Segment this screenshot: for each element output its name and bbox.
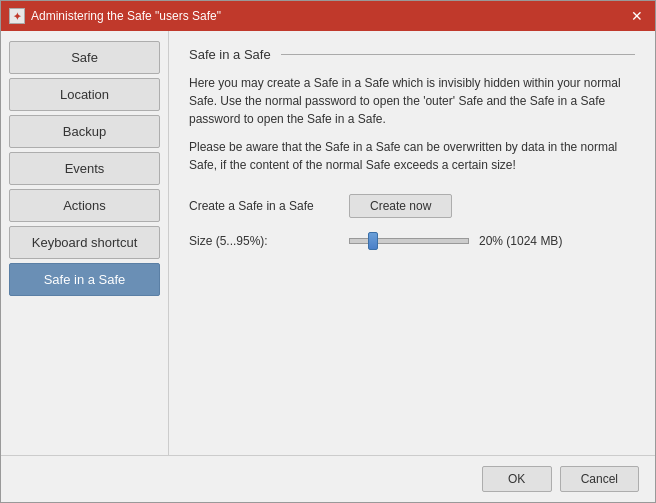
size-row: Size (5...95%): 20% (1024 MB) <box>189 234 635 248</box>
slider-container: 20% (1024 MB) <box>349 234 562 248</box>
title-bar: ✦ Administering the Safe "users Safe" ✕ <box>1 1 655 31</box>
sidebar-item-location[interactable]: Location <box>9 78 160 111</box>
size-value: 20% (1024 MB) <box>479 234 562 248</box>
size-label: Size (5...95%): <box>189 234 349 248</box>
sidebar-item-safe-in-a-safe[interactable]: Safe in a Safe <box>9 263 160 296</box>
description-text: Here you may create a Safe in a Safe whi… <box>189 74 635 128</box>
section-divider <box>281 54 635 55</box>
create-now-button[interactable]: Create now <box>349 194 452 218</box>
window-body: Safe Location Backup Events Actions Keyb… <box>1 31 655 455</box>
sidebar-item-backup[interactable]: Backup <box>9 115 160 148</box>
section-header: Safe in a Safe <box>189 47 635 62</box>
ok-button[interactable]: OK <box>482 466 552 492</box>
section-title: Safe in a Safe <box>189 47 281 62</box>
sidebar-item-actions[interactable]: Actions <box>9 189 160 222</box>
main-window: ✦ Administering the Safe "users Safe" ✕ … <box>0 0 656 503</box>
sidebar: Safe Location Backup Events Actions Keyb… <box>1 31 169 455</box>
cancel-button[interactable]: Cancel <box>560 466 639 492</box>
warning-text: Please be aware that the Safe in a Safe … <box>189 138 635 174</box>
sidebar-item-keyboard-shortcut[interactable]: Keyboard shortcut <box>9 226 160 259</box>
app-icon: ✦ <box>9 8 25 24</box>
size-slider[interactable] <box>349 238 469 244</box>
footer: OK Cancel <box>1 455 655 502</box>
create-label: Create a Safe in a Safe <box>189 199 349 213</box>
create-row: Create a Safe in a Safe Create now <box>189 194 635 218</box>
window-title: Administering the Safe "users Safe" <box>31 9 627 23</box>
sidebar-item-events[interactable]: Events <box>9 152 160 185</box>
main-content: Safe in a Safe Here you may create a Saf… <box>169 31 655 455</box>
sidebar-item-safe[interactable]: Safe <box>9 41 160 74</box>
close-button[interactable]: ✕ <box>627 6 647 26</box>
